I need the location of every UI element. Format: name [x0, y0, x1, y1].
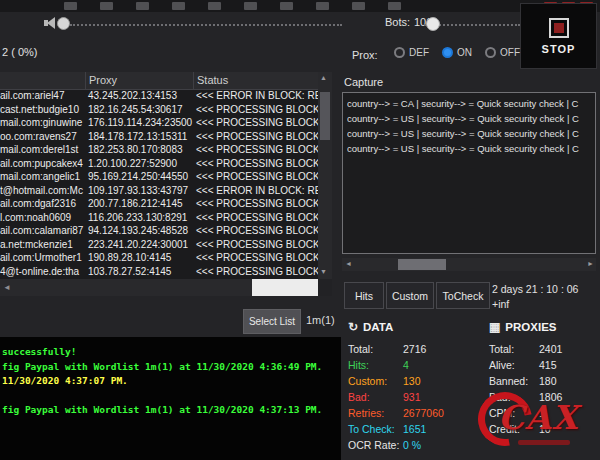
scroll-down-icon[interactable]: ▼	[320, 268, 327, 275]
grid-icon: ▦	[489, 320, 500, 334]
capture-hscroll-thumb[interactable]	[398, 259, 446, 270]
select-list-button[interactable]: Select List	[243, 309, 301, 334]
table-row[interactable]: ail.com:Urmother1190.89.28.10:4145<<< PR…	[0, 252, 318, 266]
eta-label: +inf	[492, 298, 509, 310]
prox-options: DEF ON OFF	[394, 47, 520, 58]
toolbar-icon[interactable]	[208, 2, 221, 10]
table-row[interactable]: t@hotmail.com:Mc109.197.93.133:43797<<< …	[0, 185, 318, 199]
scroll-up-icon[interactable]: ▲	[320, 74, 327, 81]
proxy-stat-total: Total:2401	[489, 341, 599, 357]
capture-line: country--> = US | security--> = Quick se…	[347, 111, 591, 126]
table-row[interactable]: mail.com:derel1st182.253.80.170:8083<<< …	[0, 144, 318, 158]
toolbar-icon[interactable]	[280, 2, 293, 10]
radio-label: ON	[457, 47, 472, 58]
prox-option-def[interactable]: DEF	[394, 47, 429, 58]
prox-label: Prox:	[352, 49, 378, 61]
stat-bad: Bad:931	[348, 389, 484, 405]
results-table: Proxy Status ail.com:ariel4743.245.202.1…	[0, 72, 318, 279]
stop-icon	[549, 18, 569, 38]
volume-slider-thumb[interactable]	[57, 17, 70, 30]
table-vscroll-thumb[interactable]	[320, 92, 330, 140]
elapsed-timer: 2 days 21 : 10 : 06	[492, 283, 578, 295]
tab-custom[interactable]: Custom	[386, 282, 434, 309]
toolbar-icon[interactable]	[352, 2, 365, 10]
toolbar-icon[interactable]	[244, 2, 257, 10]
stat-total: Total:2716	[348, 341, 484, 357]
table-body: ail.com:ariel4743.245.202.13:4153<<< ERR…	[0, 90, 318, 279]
tab-tocheck[interactable]: ToCheck	[436, 282, 490, 309]
stop-button[interactable]: STOP	[520, 3, 597, 69]
table-header: Proxy Status	[0, 72, 318, 90]
table-hscroll-thumb[interactable]	[252, 279, 318, 296]
wordlist-name: 1m(1)	[306, 314, 335, 326]
proxy-stat-credit: Credit:10	[489, 421, 599, 437]
table-row[interactable]: ail.com:pupcakex41.20.100.227:52900<<< P…	[0, 158, 318, 172]
log-line: 11/30/2020 4:37:07 PM.	[2, 374, 339, 389]
checker-app: Bots: 106 STOP 2 ( 0%) Prox: DEF ON OFF …	[0, 0, 600, 460]
table-row[interactable]: a.net:mckenzie1223.241.20.224:30001<<< P…	[0, 239, 318, 253]
scroll-left-icon[interactable]: ◄	[345, 260, 352, 267]
log-console: successfully! fig Paypal with Wordlist 1…	[0, 337, 341, 460]
bots-slider-thumb[interactable]	[426, 17, 440, 31]
log-line: successfully!	[2, 345, 339, 360]
column-header-data[interactable]	[0, 72, 86, 89]
table-row[interactable]: l.com:noah0609116.206.233.130:8291<<< PR…	[0, 212, 318, 226]
proxies-panel-header: ▦ PROXIES	[489, 320, 599, 334]
stop-label: STOP	[542, 43, 576, 55]
proxy-stat-bad: Bad:1806	[489, 389, 599, 405]
column-header-status[interactable]: Status	[194, 72, 318, 89]
data-panel-title: DATA	[363, 321, 393, 333]
tab-hits[interactable]: Hits	[344, 282, 384, 309]
bots-label: Bots:	[385, 16, 410, 28]
proxy-stat-cpm: CPM:1	[489, 405, 599, 421]
toolbar-strip	[0, 0, 600, 12]
table-row[interactable]: mail.com:angelic195.169.214.250:44550<<<…	[0, 171, 318, 185]
capture-box: country--> = CA | security--> = Quick se…	[342, 92, 596, 254]
table-row[interactable]: ail.com:calamari8794.124.193.245:48528<<…	[0, 225, 318, 239]
toolbar-icon[interactable]	[172, 2, 185, 10]
scroll-right-icon[interactable]: ►	[587, 260, 594, 267]
data-stats-panel: ↻ DATA Total:2716 Hits:4 Custom:130 Bad:…	[348, 320, 484, 453]
proxy-stat-alive: Alive:415	[489, 357, 599, 373]
radio-label: DEF	[409, 47, 429, 58]
table-row[interactable]: ail.com:dgaf2316200.77.186.212:4145<<< P…	[0, 198, 318, 212]
stat-ocr-rate: OCR Rate:0 %	[348, 437, 484, 453]
toolbar-icon[interactable]	[64, 2, 77, 10]
data-panel-header: ↻ DATA	[348, 320, 484, 334]
capture-title: Capture	[344, 76, 383, 88]
toolbar-icon[interactable]	[388, 2, 401, 10]
capture-line: country--> = CA | security--> = Quick se…	[347, 96, 591, 111]
scrollbar-corner	[318, 279, 332, 296]
capture-line: country--> = US | security--> = Quick se…	[347, 126, 591, 141]
capture-horizontal-scrollbar[interactable]	[342, 258, 596, 271]
stat-retries: Retries:2677060	[348, 405, 484, 421]
toolbar-icon[interactable]	[316, 2, 329, 10]
proxies-stats-panel: ▦ PROXIES Total:2401 Alive:415 Banned:18…	[489, 320, 599, 437]
proxy-stat-banned: Banned:180	[489, 373, 599, 389]
progress-counter: 2 ( 0%)	[2, 46, 37, 58]
stat-tocheck: To Check:1651	[348, 421, 484, 437]
column-header-proxy[interactable]: Proxy	[86, 72, 194, 89]
table-row[interactable]: 4@t-online.de:tha103.78.27.52:4145<<< PR…	[0, 266, 318, 280]
radio-label: OFF	[500, 47, 520, 58]
prox-option-off[interactable]: OFF	[485, 47, 520, 58]
prox-option-on[interactable]: ON	[442, 47, 472, 58]
table-row[interactable]: cast.net:budgie10182.16.245.54:30617<<< …	[0, 104, 318, 118]
table-row[interactable]: mail.com:ginuwine176.119.114.234:23500<<…	[0, 117, 318, 131]
proxies-panel-title: PROXIES	[505, 321, 556, 333]
stat-custom: Custom:130	[348, 373, 484, 389]
table-row[interactable]: oo.com:ravens27184.178.172.13:15311<<< P…	[0, 131, 318, 145]
radio-selected-icon	[442, 47, 453, 58]
table-row[interactable]: ail.com:ariel4743.245.202.13:4153<<< ERR…	[0, 90, 318, 104]
capture-line: country--> = US | security--> = Quick se…	[347, 141, 591, 156]
cax-logo-subtext	[518, 440, 570, 445]
volume-slider[interactable]	[70, 24, 342, 26]
refresh-circle-icon: ↻	[348, 320, 358, 334]
radio-icon	[394, 47, 405, 58]
scroll-left-icon[interactable]: ◄	[3, 283, 11, 292]
radio-icon	[485, 47, 496, 58]
toolbar-icon[interactable]	[136, 2, 149, 10]
toolbar-icon[interactable]	[100, 2, 113, 10]
log-line: fig Paypal with Wordlist 1m(1) at 11/30/…	[2, 403, 339, 418]
log-line: fig Paypal with Wordlist 1m(1) at 11/30/…	[2, 360, 339, 375]
